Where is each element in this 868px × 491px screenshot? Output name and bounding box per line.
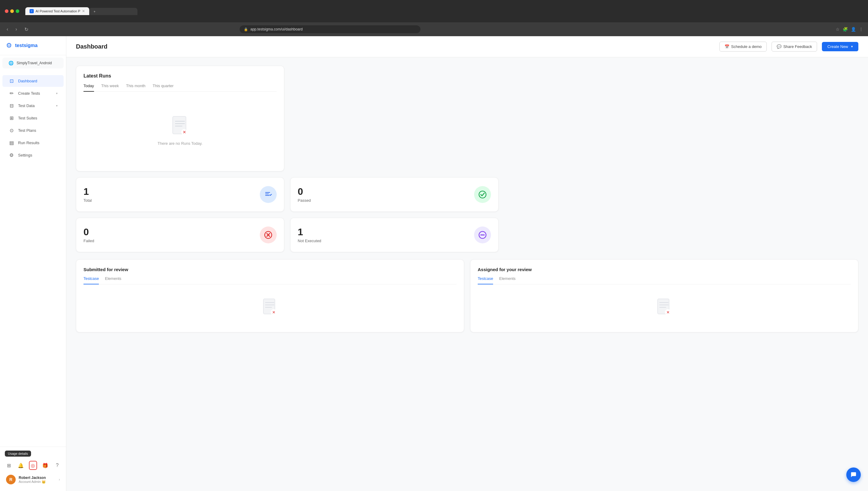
- user-row[interactable]: R Robert Jackson Account Admin 👑 ›: [5, 472, 61, 487]
- sidebar-label-create-tests: Create Tests: [18, 91, 40, 96]
- project-name: SimplyTravel_Android: [17, 61, 52, 65]
- stat-info-failed: 0 Failed: [84, 227, 94, 243]
- share-feedback-button[interactable]: 💬 Share Feedback: [772, 41, 817, 52]
- maximize-dot[interactable]: [16, 9, 19, 13]
- browser-dots: [5, 9, 19, 13]
- sidebar-item-create-tests[interactable]: ✏ Create Tests ▾: [2, 87, 64, 99]
- stat-card-total: 1 Total: [76, 177, 284, 212]
- header-actions: 📅 Schedule a demo 💬 Share Feedback Creat…: [719, 41, 858, 52]
- stat-label-not-executed: Not Executed: [298, 238, 321, 243]
- stat-info-total: 1 Total: [84, 187, 92, 203]
- svg-text:✕: ✕: [183, 130, 186, 135]
- gift-bottom-icon[interactable]: 🎁: [41, 461, 49, 470]
- sidebar-item-run-results[interactable]: ▤ Run Results: [2, 137, 64, 149]
- refresh-button[interactable]: ↻: [23, 25, 30, 33]
- sidebar-bottom: Usage details ⊞ 🔔 ◎ 🎁 ? R Robert Jackson…: [0, 447, 66, 491]
- address-bar[interactable]: 🔒 app.testsigma.com/ui/dashboard: [240, 25, 421, 33]
- runs-tab-today[interactable]: Today: [84, 84, 94, 92]
- bookmark-icon[interactable]: ☆: [836, 27, 840, 32]
- runs-tab-this-quarter[interactable]: This quarter: [153, 84, 174, 92]
- bottom-icons: ⊞ 🔔 ◎ 🎁 ?: [5, 459, 61, 472]
- stat-card-passed: 0 Passed: [290, 177, 498, 212]
- sidebar-item-test-suites[interactable]: ⊞ Test Suites: [2, 112, 64, 124]
- assigned-tab-elements[interactable]: Elements: [499, 276, 516, 284]
- address-bar-row: ‹ › ↻ 🔒 app.testsigma.com/ui/dashboard ☆…: [0, 22, 868, 36]
- runs-tabs: Today This week This month This quarter: [84, 84, 277, 92]
- minimize-dot[interactable]: [10, 9, 14, 13]
- test-suites-icon: ⊞: [8, 115, 14, 121]
- stat-info-not-executed: 1 Not Executed: [298, 227, 321, 243]
- sidebar-label-test-data: Test Data: [18, 104, 35, 108]
- extensions-icon[interactable]: 🧩: [843, 27, 848, 32]
- menu-icon[interactable]: ⋮: [859, 27, 863, 32]
- page-title: Dashboard: [76, 43, 107, 50]
- not-executed-icon: [474, 227, 491, 243]
- user-avatar: R: [6, 475, 16, 484]
- schedule-demo-button[interactable]: 📅 Schedule a demo: [719, 41, 767, 52]
- submitted-tab-elements[interactable]: Elements: [105, 276, 121, 284]
- chevron-down-icon: ▾: [56, 92, 58, 95]
- usage-circle-icon[interactable]: ◎: [29, 461, 37, 470]
- main-content: Dashboard 📅 Schedule a demo 💬 Share Feed…: [66, 36, 868, 491]
- latest-runs-title: Latest Runs: [84, 73, 277, 79]
- back-button[interactable]: ‹: [5, 25, 10, 33]
- run-results-icon: ▤: [8, 140, 14, 146]
- chevron-down-icon-2: ▾: [56, 104, 58, 107]
- stats-grid: 1 Total 0: [76, 177, 498, 252]
- top-header: Dashboard 📅 Schedule a demo 💬 Share Feed…: [66, 36, 868, 57]
- user-chevron-icon: ›: [59, 478, 60, 482]
- grid-bottom-icon[interactable]: ⊞: [5, 461, 13, 470]
- runs-empty-state: ✕ There are no Runs Today.: [84, 98, 277, 164]
- address-text: app.testsigma.com/ui/dashboard: [250, 27, 303, 31]
- create-new-button[interactable]: Create New ▾: [822, 42, 858, 51]
- sidebar-project-selector[interactable]: 🌐 SimplyTravel_Android: [2, 58, 64, 68]
- runs-tab-this-week[interactable]: This week: [101, 84, 119, 92]
- sidebar-item-dashboard[interactable]: ⊡ Dashboard: [2, 75, 64, 87]
- logo-text: testsigma: [15, 43, 38, 48]
- stat-label-passed: Passed: [298, 198, 311, 203]
- project-icon: 🌐: [8, 61, 13, 65]
- tab-favicon: T: [30, 9, 34, 13]
- user-name: Robert Jackson: [19, 475, 56, 480]
- sidebar-item-test-data[interactable]: ⊟ Test Data ▾: [2, 100, 64, 112]
- sidebar-label-test-suites: Test Suites: [18, 116, 37, 120]
- help-bottom-icon[interactable]: ?: [53, 461, 61, 470]
- svg-text:✕: ✕: [272, 310, 276, 315]
- new-tab-button[interactable]: +: [89, 8, 137, 15]
- sidebar-label-run-results: Run Results: [18, 141, 39, 145]
- submitted-tab-testcase[interactable]: Testcase: [84, 276, 99, 284]
- feedback-icon: 💬: [777, 44, 781, 49]
- svg-text:✕: ✕: [666, 310, 670, 315]
- create-new-chevron-icon: ▾: [851, 45, 853, 49]
- assigned-empty-state: ✕: [478, 289, 851, 325]
- assigned-review-card: Assigned for your review Testcase Elemen…: [470, 259, 858, 333]
- active-tab[interactable]: T AI Powered Test Automation P ✕: [25, 7, 89, 15]
- app-layout: ⚙ testsigma 🌐 SimplyTravel_Android ⊡ Das…: [0, 36, 868, 491]
- logo-icon: ⚙: [6, 41, 12, 50]
- crown-icon: 👑: [41, 480, 46, 484]
- submitted-review-card: Submitted for review Testcase Elements ✕: [76, 259, 464, 333]
- stat-info-passed: 0 Passed: [298, 187, 311, 203]
- lock-icon: 🔒: [244, 27, 248, 31]
- assigned-tab-testcase[interactable]: Testcase: [478, 276, 493, 284]
- submitted-review-title: Submitted for review: [84, 267, 457, 272]
- total-icon: [260, 186, 277, 203]
- close-dot[interactable]: [5, 9, 8, 13]
- sidebar-item-test-plans[interactable]: ⊙ Test Plans: [2, 124, 64, 136]
- bell-bottom-icon[interactable]: 🔔: [17, 461, 25, 470]
- calendar-icon: 📅: [724, 44, 730, 49]
- sidebar-item-settings[interactable]: ⚙ Settings: [2, 149, 64, 161]
- user-info: Robert Jackson Account Admin 👑: [19, 475, 56, 484]
- tab-close-button[interactable]: ✕: [82, 9, 85, 13]
- sidebar-label-test-plans: Test Plans: [18, 128, 36, 133]
- browser-chrome: T AI Powered Test Automation P ✕ +: [0, 0, 868, 22]
- profile-icon[interactable]: 👤: [851, 27, 856, 32]
- stat-card-not-executed: 1 Not Executed: [290, 218, 498, 252]
- sidebar-nav: ⊡ Dashboard ✏ Create Tests ▾ ⊟ Test Data…: [0, 71, 66, 447]
- runs-tab-this-month[interactable]: This month: [126, 84, 145, 92]
- chat-button[interactable]: [846, 467, 861, 482]
- submitted-empty-state: ✕: [84, 289, 457, 325]
- dashboard-body: 1 Total 0: [66, 57, 868, 341]
- stat-number-passed: 0: [298, 187, 311, 196]
- forward-button[interactable]: ›: [13, 25, 19, 33]
